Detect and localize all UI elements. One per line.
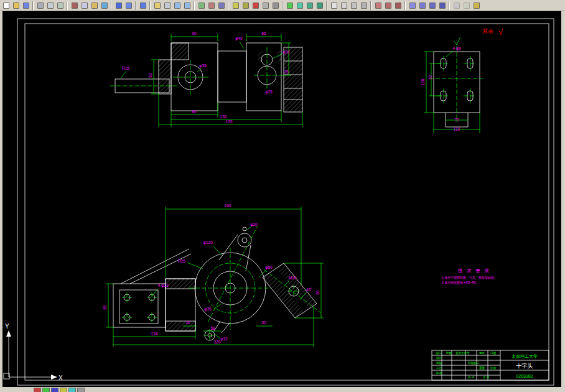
quick-dim-icon[interactable] (462, 1, 471, 10)
roughness-symbol-icon: √ (498, 27, 503, 37)
design-center-icon[interactable] (207, 1, 216, 10)
tool-palettes-icon[interactable] (217, 1, 226, 10)
modify-erase-icon[interactable] (373, 1, 383, 10)
copy-glyph (82, 2, 88, 9)
osnap-toggle-glyph (409, 2, 416, 9)
match-properties-icon[interactable] (100, 1, 109, 10)
draw-circle-glyph (351, 2, 357, 9)
modify-move-glyph (395, 2, 401, 9)
tech-requirements: 技 术 要 求 1.铸件不得有砂眼、气孔、裂纹等缺陷。 2.未注铸造圆角为R3~… (442, 268, 497, 285)
save-icon[interactable] (21, 1, 30, 10)
dimension-text: 320 (214, 340, 221, 344)
dimension-text: 52 (148, 73, 152, 78)
dimension-text: 30 (261, 320, 266, 325)
draw-line-icon[interactable] (329, 1, 339, 10)
draw-line-glyph (331, 2, 337, 9)
cut-icon[interactable] (70, 1, 79, 10)
toolbar-separator (32, 1, 34, 10)
spell-glyph (57, 2, 63, 9)
dimension-text: φ60 (265, 265, 273, 270)
paste-glyph (91, 2, 98, 9)
dim-aligned-glyph (297, 2, 303, 9)
draw-arc-icon[interactable] (359, 1, 368, 10)
grid-toggle-icon[interactable] (427, 1, 437, 10)
toolbar-separator (326, 1, 327, 10)
status-model-icon[interactable] (34, 388, 41, 392)
design-center-glyph (208, 2, 215, 9)
properties-icon[interactable] (197, 1, 206, 10)
regen-icon[interactable] (437, 1, 447, 10)
ucs-x-arrow (51, 375, 57, 380)
dimension-text: R15 (122, 66, 129, 70)
zoom-window-icon[interactable] (172, 1, 182, 10)
zoom-realtime-icon[interactable] (162, 1, 172, 10)
open-file-icon[interactable] (11, 1, 21, 10)
title-block-drawing-no: 0203182 (516, 374, 533, 378)
plot-preview-icon[interactable] (45, 1, 55, 10)
dimension-text: 90 (315, 290, 320, 295)
dimension-text: 35 (284, 70, 289, 74)
status-snap-icon[interactable] (51, 388, 58, 392)
title-block-label: 第 张 (483, 376, 490, 379)
dim-aligned-icon[interactable] (295, 1, 304, 10)
linetype-control-icon[interactable] (261, 1, 270, 10)
drawing-canvas: 90φ4065φ303552R15φ3580130170φ254-φ910852… (2, 11, 561, 387)
surface-note-label: 其余 (482, 28, 493, 34)
insert-hyperlink-icon[interactable] (138, 1, 147, 10)
help-icon[interactable] (472, 1, 481, 10)
plot-icon[interactable] (35, 1, 45, 10)
dimension-text: 130 (220, 114, 227, 119)
dimension-text: φ40 (235, 36, 243, 41)
modify-copy-icon[interactable] (383, 1, 393, 10)
title-block-label: 更改文件号 (455, 351, 470, 355)
draw-circle-icon[interactable] (349, 1, 358, 10)
osnap-toggle-icon[interactable] (408, 1, 417, 10)
dimension-text: R25 (178, 259, 185, 263)
status-grid-icon[interactable] (42, 388, 50, 392)
dimension-text: φ35 (199, 63, 207, 68)
properties-glyph (198, 2, 205, 9)
modify-move-icon[interactable] (393, 1, 403, 10)
toolbar-separator (370, 1, 371, 10)
dimension-text: 70 (454, 118, 459, 122)
help-glyph (474, 2, 480, 9)
layer-properties-icon[interactable] (231, 1, 240, 10)
title-block-label: 阶段标记 (468, 361, 480, 365)
toolbar-separator (404, 1, 406, 10)
status-polar-icon[interactable] (68, 388, 76, 392)
dim-linear-icon[interactable] (285, 1, 294, 10)
status-lwt-icon[interactable] (77, 388, 85, 392)
dim-angular-icon[interactable] (315, 1, 324, 10)
dim-radius-icon[interactable] (305, 1, 314, 10)
pan-realtime-icon[interactable] (152, 1, 162, 10)
lineweight-control-icon[interactable] (271, 1, 280, 10)
standards-icon[interactable] (452, 1, 461, 10)
dimension-text: φ25 (265, 90, 273, 95)
status-ortho-icon[interactable] (60, 388, 67, 392)
zoom-window-glyph (174, 2, 180, 9)
zoom-previous-icon[interactable] (182, 1, 192, 10)
copy-icon[interactable] (80, 1, 89, 10)
draw-polyline-icon[interactable] (339, 1, 348, 10)
spell-icon[interactable] (55, 1, 65, 10)
new-file-icon[interactable] (1, 1, 11, 10)
layer-control-icon[interactable] (241, 1, 250, 10)
title-block-label: 日期 (490, 352, 497, 355)
title-block-label: 重量 (479, 366, 485, 370)
redo-glyph (126, 2, 132, 9)
zoom-previous-glyph (184, 2, 190, 9)
toolbar-separator (228, 1, 229, 10)
dimension-text: 108 (421, 78, 425, 85)
ortho-toggle-icon[interactable] (418, 1, 427, 10)
redo-icon[interactable] (124, 1, 133, 10)
toolbar-separator (449, 1, 450, 10)
title-block-label: 批准 (436, 371, 442, 375)
undo-icon[interactable] (114, 1, 123, 10)
color-control-icon[interactable] (251, 1, 260, 10)
toolbar-separator (149, 1, 151, 10)
title-block-part-name: 十字头 (516, 363, 533, 369)
surface-finish-note: 其余 √ (482, 27, 503, 37)
drawing-area[interactable]: 90φ4065φ303552R15φ3580130170φ254-φ910852… (2, 11, 561, 387)
paste-icon[interactable] (90, 1, 99, 10)
toolbar-separator (194, 1, 195, 10)
